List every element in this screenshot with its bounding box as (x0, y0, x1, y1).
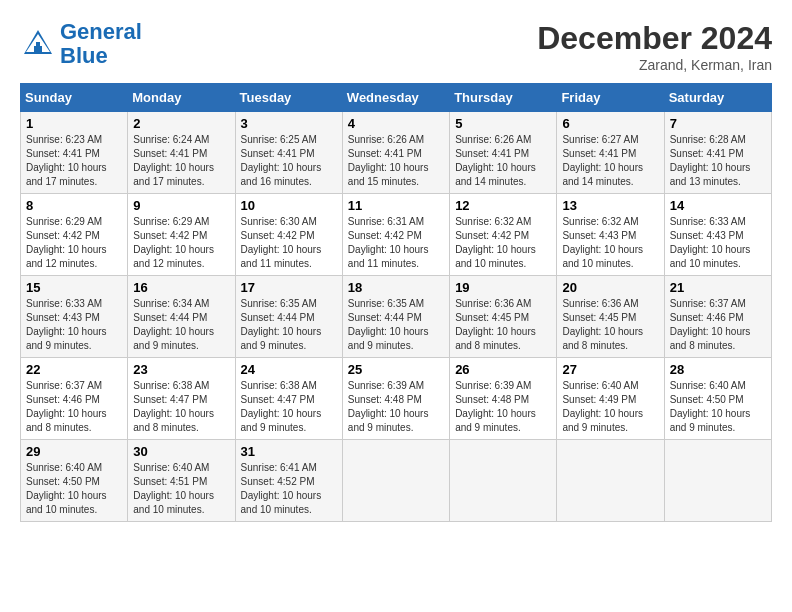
day-info: Sunrise: 6:40 AM Sunset: 4:50 PM Dayligh… (670, 379, 766, 435)
day-info: Sunrise: 6:29 AM Sunset: 4:42 PM Dayligh… (133, 215, 229, 271)
page-header: General Blue December 2024 Zarand, Kerma… (20, 20, 772, 73)
calendar-cell: 23Sunrise: 6:38 AM Sunset: 4:47 PM Dayli… (128, 358, 235, 440)
logo: General Blue (20, 20, 142, 68)
calendar-cell: 5Sunrise: 6:26 AM Sunset: 4:41 PM Daylig… (450, 112, 557, 194)
day-info: Sunrise: 6:25 AM Sunset: 4:41 PM Dayligh… (241, 133, 337, 189)
calendar-week-row: 8Sunrise: 6:29 AM Sunset: 4:42 PM Daylig… (21, 194, 772, 276)
day-info: Sunrise: 6:39 AM Sunset: 4:48 PM Dayligh… (455, 379, 551, 435)
day-number: 31 (241, 444, 337, 459)
day-number: 14 (670, 198, 766, 213)
weekday-header-saturday: Saturday (664, 84, 771, 112)
calendar-cell: 31Sunrise: 6:41 AM Sunset: 4:52 PM Dayli… (235, 440, 342, 522)
day-info: Sunrise: 6:36 AM Sunset: 4:45 PM Dayligh… (562, 297, 658, 353)
day-info: Sunrise: 6:40 AM Sunset: 4:51 PM Dayligh… (133, 461, 229, 517)
day-info: Sunrise: 6:26 AM Sunset: 4:41 PM Dayligh… (348, 133, 444, 189)
day-number: 8 (26, 198, 122, 213)
calendar-cell: 30Sunrise: 6:40 AM Sunset: 4:51 PM Dayli… (128, 440, 235, 522)
weekday-header-monday: Monday (128, 84, 235, 112)
calendar-cell: 15Sunrise: 6:33 AM Sunset: 4:43 PM Dayli… (21, 276, 128, 358)
day-number: 26 (455, 362, 551, 377)
calendar-cell: 2Sunrise: 6:24 AM Sunset: 4:41 PM Daylig… (128, 112, 235, 194)
day-number: 15 (26, 280, 122, 295)
calendar-cell: 21Sunrise: 6:37 AM Sunset: 4:46 PM Dayli… (664, 276, 771, 358)
calendar-cell: 29Sunrise: 6:40 AM Sunset: 4:50 PM Dayli… (21, 440, 128, 522)
day-number: 12 (455, 198, 551, 213)
day-number: 3 (241, 116, 337, 131)
day-number: 21 (670, 280, 766, 295)
calendar-cell: 12Sunrise: 6:32 AM Sunset: 4:42 PM Dayli… (450, 194, 557, 276)
weekday-header-thursday: Thursday (450, 84, 557, 112)
day-info: Sunrise: 6:34 AM Sunset: 4:44 PM Dayligh… (133, 297, 229, 353)
calendar-week-row: 15Sunrise: 6:33 AM Sunset: 4:43 PM Dayli… (21, 276, 772, 358)
calendar-cell: 13Sunrise: 6:32 AM Sunset: 4:43 PM Dayli… (557, 194, 664, 276)
calendar-cell: 22Sunrise: 6:37 AM Sunset: 4:46 PM Dayli… (21, 358, 128, 440)
day-info: Sunrise: 6:40 AM Sunset: 4:49 PM Dayligh… (562, 379, 658, 435)
location: Zarand, Kerman, Iran (537, 57, 772, 73)
calendar-week-row: 1Sunrise: 6:23 AM Sunset: 4:41 PM Daylig… (21, 112, 772, 194)
calendar-table: SundayMondayTuesdayWednesdayThursdayFrid… (20, 83, 772, 522)
title-area: December 2024 Zarand, Kerman, Iran (537, 20, 772, 73)
calendar-cell: 14Sunrise: 6:33 AM Sunset: 4:43 PM Dayli… (664, 194, 771, 276)
day-number: 11 (348, 198, 444, 213)
day-info: Sunrise: 6:37 AM Sunset: 4:46 PM Dayligh… (26, 379, 122, 435)
calendar-cell: 25Sunrise: 6:39 AM Sunset: 4:48 PM Dayli… (342, 358, 449, 440)
calendar-cell: 19Sunrise: 6:36 AM Sunset: 4:45 PM Dayli… (450, 276, 557, 358)
day-info: Sunrise: 6:35 AM Sunset: 4:44 PM Dayligh… (241, 297, 337, 353)
day-number: 25 (348, 362, 444, 377)
weekday-header-wednesday: Wednesday (342, 84, 449, 112)
calendar-cell: 20Sunrise: 6:36 AM Sunset: 4:45 PM Dayli… (557, 276, 664, 358)
day-number: 30 (133, 444, 229, 459)
calendar-cell (450, 440, 557, 522)
calendar-cell: 10Sunrise: 6:30 AM Sunset: 4:42 PM Dayli… (235, 194, 342, 276)
day-info: Sunrise: 6:23 AM Sunset: 4:41 PM Dayligh… (26, 133, 122, 189)
day-number: 18 (348, 280, 444, 295)
calendar-cell (342, 440, 449, 522)
day-info: Sunrise: 6:35 AM Sunset: 4:44 PM Dayligh… (348, 297, 444, 353)
day-info: Sunrise: 6:32 AM Sunset: 4:43 PM Dayligh… (562, 215, 658, 271)
day-number: 6 (562, 116, 658, 131)
weekday-header-tuesday: Tuesday (235, 84, 342, 112)
calendar-week-row: 29Sunrise: 6:40 AM Sunset: 4:50 PM Dayli… (21, 440, 772, 522)
weekday-header-friday: Friday (557, 84, 664, 112)
day-number: 27 (562, 362, 658, 377)
day-number: 1 (26, 116, 122, 131)
calendar-cell: 4Sunrise: 6:26 AM Sunset: 4:41 PM Daylig… (342, 112, 449, 194)
calendar-cell: 27Sunrise: 6:40 AM Sunset: 4:49 PM Dayli… (557, 358, 664, 440)
day-info: Sunrise: 6:27 AM Sunset: 4:41 PM Dayligh… (562, 133, 658, 189)
day-info: Sunrise: 6:33 AM Sunset: 4:43 PM Dayligh… (670, 215, 766, 271)
day-number: 17 (241, 280, 337, 295)
day-info: Sunrise: 6:33 AM Sunset: 4:43 PM Dayligh… (26, 297, 122, 353)
day-number: 23 (133, 362, 229, 377)
day-number: 2 (133, 116, 229, 131)
calendar-cell: 17Sunrise: 6:35 AM Sunset: 4:44 PM Dayli… (235, 276, 342, 358)
calendar-cell (557, 440, 664, 522)
day-number: 19 (455, 280, 551, 295)
day-number: 4 (348, 116, 444, 131)
day-number: 22 (26, 362, 122, 377)
day-info: Sunrise: 6:36 AM Sunset: 4:45 PM Dayligh… (455, 297, 551, 353)
logo-text: General Blue (60, 20, 142, 68)
calendar-cell: 11Sunrise: 6:31 AM Sunset: 4:42 PM Dayli… (342, 194, 449, 276)
calendar-cell: 7Sunrise: 6:28 AM Sunset: 4:41 PM Daylig… (664, 112, 771, 194)
day-info: Sunrise: 6:39 AM Sunset: 4:48 PM Dayligh… (348, 379, 444, 435)
day-number: 10 (241, 198, 337, 213)
day-number: 7 (670, 116, 766, 131)
day-info: Sunrise: 6:24 AM Sunset: 4:41 PM Dayligh… (133, 133, 229, 189)
logo-icon (20, 26, 56, 62)
day-number: 5 (455, 116, 551, 131)
weekday-header-sunday: Sunday (21, 84, 128, 112)
day-number: 13 (562, 198, 658, 213)
day-info: Sunrise: 6:41 AM Sunset: 4:52 PM Dayligh… (241, 461, 337, 517)
calendar-cell: 1Sunrise: 6:23 AM Sunset: 4:41 PM Daylig… (21, 112, 128, 194)
weekday-header-row: SundayMondayTuesdayWednesdayThursdayFrid… (21, 84, 772, 112)
calendar-cell: 28Sunrise: 6:40 AM Sunset: 4:50 PM Dayli… (664, 358, 771, 440)
day-number: 20 (562, 280, 658, 295)
day-info: Sunrise: 6:28 AM Sunset: 4:41 PM Dayligh… (670, 133, 766, 189)
calendar-cell: 6Sunrise: 6:27 AM Sunset: 4:41 PM Daylig… (557, 112, 664, 194)
calendar-cell: 24Sunrise: 6:38 AM Sunset: 4:47 PM Dayli… (235, 358, 342, 440)
day-info: Sunrise: 6:26 AM Sunset: 4:41 PM Dayligh… (455, 133, 551, 189)
calendar-cell (664, 440, 771, 522)
day-number: 9 (133, 198, 229, 213)
day-info: Sunrise: 6:31 AM Sunset: 4:42 PM Dayligh… (348, 215, 444, 271)
svg-rect-2 (34, 46, 42, 54)
